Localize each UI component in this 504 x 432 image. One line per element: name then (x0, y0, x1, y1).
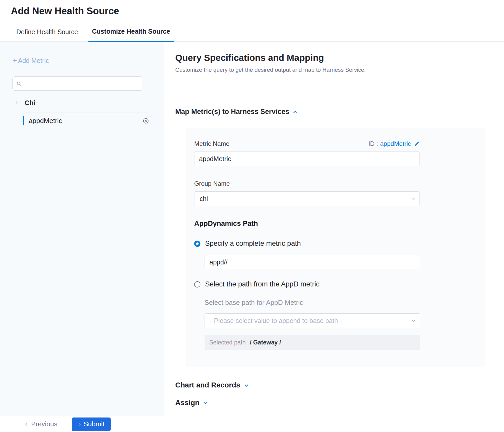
add-health-source-dialog: Add New Health Source Define Health Sour… (0, 0, 504, 432)
radio-complete-path-label: Specify a complete metric path (205, 240, 301, 248)
appdynamics-path-label: AppDynamics Path (194, 220, 485, 228)
selected-path-value: / Gateway / (250, 339, 281, 346)
main-area: + Add Metric Chi appdMetric (0, 42, 504, 416)
base-path-label: Select base path for AppD Metric (205, 299, 485, 307)
id-prefix-label: ID : (368, 140, 378, 147)
add-metric-button[interactable]: + Add Metric (12, 57, 49, 64)
map-metrics-section-toggle[interactable]: Map Metric(s) to Harness Services (175, 108, 297, 116)
metric-name-label: Metric Name (194, 140, 229, 147)
map-metrics-section-title: Map Metric(s) to Harness Services (175, 108, 289, 116)
chevron-down-icon (412, 319, 415, 322)
query-specifications-panel: Query Specifications and Mapping Customi… (164, 42, 504, 416)
metric-search-input[interactable] (24, 77, 142, 90)
tab-define-health-source[interactable]: Define Health Source (13, 22, 82, 41)
add-metric-label: Add Metric (18, 57, 49, 64)
dialog-header: Add New Health Source (0, 0, 504, 22)
chevron-down-icon (204, 400, 208, 404)
radio-unselected-icon[interactable] (194, 281, 200, 287)
metric-name-input[interactable] (194, 152, 420, 166)
tab-customize-health-source[interactable]: Customize Health Source (88, 22, 174, 42)
chevron-down-icon (244, 383, 248, 387)
metric-group-chi[interactable]: Chi (15, 99, 164, 107)
chart-and-records-toggle[interactable]: Chart and Records (175, 381, 248, 389)
chevron-right-icon (15, 101, 18, 105)
selected-path-label: Selected path (209, 339, 246, 346)
base-path-select[interactable]: - Please select value to append to base … (205, 313, 420, 328)
metric-id-wrap: ID : appdMetric (368, 140, 420, 147)
group-name-value: chi (200, 195, 208, 203)
metric-id-value[interactable]: appdMetric (380, 140, 411, 147)
tab-bar: Define Health Source Customize Health So… (0, 22, 504, 42)
content-divider (164, 81, 504, 81)
radio-complete-metric-path[interactable]: Specify a complete metric path (194, 240, 485, 248)
metrics-sidebar: + Add Metric Chi appdMetric (0, 42, 164, 416)
assign-title: Assign (175, 399, 199, 407)
group-name-select[interactable]: chi (194, 191, 420, 206)
metric-item-appdmetric[interactable]: appdMetric (23, 112, 149, 129)
radio-selected-icon[interactable] (194, 241, 200, 247)
submit-button[interactable]: Submit (72, 417, 111, 431)
chevron-right-icon (78, 422, 81, 426)
plus-icon: + (12, 57, 17, 64)
edit-id-icon[interactable] (414, 141, 420, 147)
assign-toggle[interactable]: Assign (175, 399, 504, 407)
metric-group-label: Chi (25, 99, 36, 107)
metric-mapping-card: Metric Name ID : appdMetric Group Name c… (186, 128, 485, 367)
selected-metric-indicator (23, 116, 24, 125)
complete-metric-path-input[interactable] (205, 255, 420, 269)
metric-search-box (12, 76, 142, 91)
chart-and-records-title: Chart and Records (175, 381, 240, 389)
chevron-down-icon (411, 197, 415, 200)
chevron-left-icon (25, 422, 29, 426)
previous-button[interactable]: Previous (26, 420, 57, 428)
footer-bar: Previous Submit (0, 416, 504, 432)
radio-select-path-label: Select the path from the AppD metric (205, 280, 319, 288)
group-name-label: Group Name (194, 180, 485, 187)
metric-name-row: Metric Name ID : appdMetric (194, 140, 420, 147)
content-subtitle: Customize the query to get the desired o… (175, 67, 504, 73)
metric-item-label: appdMetric (29, 117, 62, 125)
page-title: Add New Health Source (11, 6, 119, 17)
base-path-placeholder: - Please select value to append to base … (210, 317, 342, 325)
submit-button-label: Submit (83, 420, 104, 428)
selected-path-bar: Selected path / Gateway / (205, 335, 420, 350)
search-icon (16, 81, 22, 86)
content-title: Query Specifications and Mapping (175, 53, 504, 63)
chevron-up-icon (293, 111, 297, 115)
radio-select-appd-path[interactable]: Select the path from the AppD metric (194, 280, 485, 288)
remove-metric-icon[interactable] (143, 118, 149, 124)
previous-button-label: Previous (31, 420, 57, 428)
